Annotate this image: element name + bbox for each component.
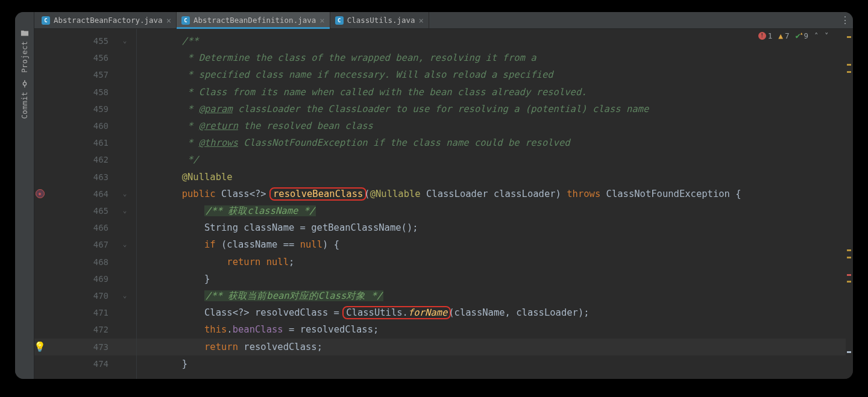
java-class-icon: C: [335, 16, 344, 25]
error-stripe-marker[interactable]: [847, 64, 851, 66]
line-number[interactable]: 459: [45, 101, 119, 117]
fold-toggle[interactable]: ⌄: [119, 33, 130, 49]
tool-window-commit[interactable]: Commit: [15, 80, 34, 119]
tabs-overflow-button[interactable]: ⋮: [837, 12, 853, 28]
error-stripe-marker[interactable]: [847, 36, 851, 38]
editor-tab[interactable]: CAbstractBeanDefinition.java×: [177, 12, 330, 28]
code-line[interactable]: return null;: [137, 254, 294, 270]
java-class-icon: C: [181, 16, 190, 25]
gutter[interactable]: 455⌄456457458459460461462463464⌄465⌄4664…: [34, 29, 137, 379]
fold-toggle[interactable]: ⌄: [119, 202, 130, 219]
error-stripe-marker[interactable]: [847, 351, 851, 353]
code-area[interactable]: /** * Determine the class of the wrapped…: [137, 29, 853, 379]
line-number[interactable]: 458: [45, 84, 119, 101]
line-number[interactable]: 457: [45, 66, 119, 83]
tab-label: ClassUtils.java: [347, 16, 415, 25]
line-number[interactable]: 470: [45, 287, 119, 304]
tool-window-project[interactable]: Project: [15, 29, 34, 73]
code-line[interactable]: return resolvedClass;: [137, 339, 322, 355]
warnings-count[interactable]: ▲7: [778, 31, 789, 40]
code-line[interactable]: * specified class name if necessary. Wil…: [137, 66, 553, 83]
line-number[interactable]: 455: [45, 33, 119, 49]
code-line[interactable]: public Class<?> resolveBeanClass(@Nullab…: [137, 186, 741, 202]
commit-icon: [20, 80, 29, 88]
next-highlight-button[interactable]: ˅: [825, 31, 829, 40]
line-number[interactable]: 456: [45, 49, 119, 66]
tab-label: AbstractBeanDefinition.java: [193, 16, 316, 25]
error-stripe-marker[interactable]: [847, 257, 851, 258]
code-line[interactable]: @Nullable: [137, 169, 233, 186]
editor-tabs: CAbstractBeanFactory.java×CAbstractBeanD…: [34, 12, 853, 29]
code-line[interactable]: * @param classLoader the ClassLoader to …: [137, 101, 649, 117]
prev-highlight-button[interactable]: ˄: [814, 31, 819, 40]
tool-window-label: Project: [20, 41, 29, 73]
tab-label: AbstractBeanFactory.java: [54, 16, 163, 25]
code-line[interactable]: /**: [137, 33, 199, 49]
code-line[interactable]: * Class from its name when called with t…: [137, 84, 587, 101]
line-number[interactable]: 467: [45, 236, 119, 253]
code-line[interactable]: /** 获取className */: [137, 202, 316, 219]
line-number[interactable]: 463: [45, 169, 119, 186]
error-stripe-marker[interactable]: [847, 249, 851, 251]
code-line[interactable]: if (className == null) {: [137, 236, 339, 253]
line-number[interactable]: 474: [45, 355, 119, 372]
main-area: CAbstractBeanFactory.java×CAbstractBeanD…: [34, 12, 853, 379]
call-classutils-forname: ClassUtils.forName: [342, 306, 451, 319]
method-breakpoint-icon[interactable]: [36, 189, 45, 198]
line-number[interactable]: 464: [45, 186, 119, 202]
error-stripe-marker[interactable]: [847, 281, 851, 283]
line-number[interactable]: 466: [45, 219, 119, 236]
code-line[interactable]: /** 获取当前bean对应的Class对象 */: [137, 287, 383, 304]
intention-bulb-icon[interactable]: 💡: [34, 339, 46, 355]
tool-window-label: Commit: [20, 92, 29, 119]
code-line[interactable]: }: [137, 270, 210, 287]
inspections-widget[interactable]: !1 ▲7 ✔▴9 ˄ ˅: [758, 31, 829, 40]
close-tab-button[interactable]: ×: [166, 16, 171, 25]
error-stripe-marker[interactable]: [847, 274, 851, 276]
error-stripe-marker[interactable]: [847, 71, 851, 73]
line-number[interactable]: 473: [45, 339, 119, 355]
line-number[interactable]: 462: [45, 151, 119, 168]
editor: 455⌄456457458459460461462463464⌄465⌄4664…: [34, 29, 853, 379]
fold-toggle[interactable]: ⌄: [119, 287, 130, 304]
code-line[interactable]: }: [137, 355, 187, 372]
fold-toggle[interactable]: ⌄: [119, 186, 130, 202]
svg-marker-1: [39, 192, 42, 195]
line-number[interactable]: 465: [45, 202, 119, 219]
java-class-icon: C: [42, 16, 50, 25]
ide-window: ProjectCommit CAbstractBeanFactory.java×…: [15, 12, 853, 379]
line-number[interactable]: 460: [45, 117, 119, 134]
svg-point-0: [23, 82, 26, 85]
code-line[interactable]: * Determine the class of the wrapped bea…: [137, 49, 536, 66]
code-line[interactable]: */: [137, 151, 199, 168]
line-number[interactable]: 468: [45, 254, 119, 270]
code-line[interactable]: * @throws ClassNotFoundException if the …: [137, 134, 570, 151]
close-tab-button[interactable]: ×: [319, 16, 324, 25]
method-name-resolveBeanClass: resolveBeanClass: [269, 187, 366, 201]
errors-count[interactable]: !1: [758, 31, 773, 40]
error-stripe[interactable]: [846, 29, 853, 379]
tool-window-stripe: ProjectCommit: [15, 12, 34, 379]
code-line[interactable]: * @return the resolved bean class: [137, 117, 373, 134]
close-tab-button[interactable]: ×: [419, 16, 424, 25]
code-line[interactable]: this.beanClass = resolvedClass;: [137, 321, 379, 338]
line-number[interactable]: 471: [45, 304, 119, 321]
code-line[interactable]: Class<?> resolvedClass = ClassUtils.forN…: [137, 304, 590, 321]
editor-tab[interactable]: CAbstractBeanFactory.java×: [37, 12, 177, 28]
line-number[interactable]: 469: [45, 270, 119, 287]
breakpoint-gutter[interactable]: [34, 189, 45, 198]
breakpoint-gutter[interactable]: 💡: [34, 339, 45, 355]
code-line[interactable]: String className = getBeanClassName();: [137, 219, 418, 236]
editor-tab[interactable]: CClassUtils.java×: [330, 12, 429, 28]
weak-warnings-count[interactable]: ✔▴9: [796, 31, 808, 40]
fold-toggle[interactable]: ⌄: [119, 236, 130, 253]
line-number[interactable]: 472: [45, 321, 119, 338]
folder-icon: [20, 29, 29, 37]
line-number[interactable]: 461: [45, 134, 119, 151]
